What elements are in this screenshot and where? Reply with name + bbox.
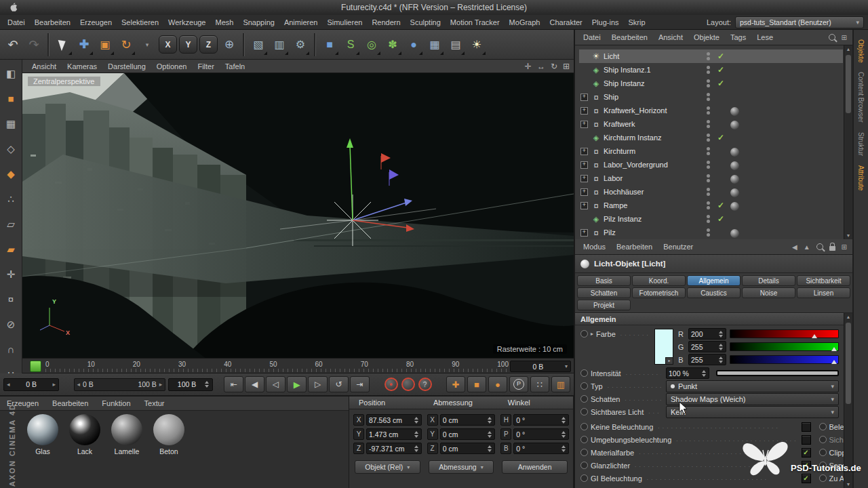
object-row[interactable]: Kraftwerk — [579, 117, 843, 131]
scroll-down-icon[interactable]: ▼ — [844, 232, 852, 239]
keyframe-dot-icon[interactable] — [580, 474, 588, 482]
viewport-menu-item[interactable]: Filter — [192, 62, 219, 70]
object-row[interactable]: Ship Instanz — [579, 77, 843, 90]
stepper[interactable] — [701, 368, 707, 379]
undo-button[interactable]: ↶ — [3, 33, 23, 56]
lock-y-axis-button[interactable]: Y — [179, 35, 197, 54]
add-spline-button[interactable]: S — [340, 33, 361, 56]
position-field[interactable]: -97.371 cm — [366, 443, 422, 454]
attribute-tab[interactable]: Noise — [742, 287, 795, 298]
object-row[interactable]: Kirchturm — [579, 144, 843, 158]
material-tag-icon[interactable] — [730, 132, 741, 143]
checkbox[interactable] — [802, 448, 811, 458]
history-up-icon[interactable]: ▲ — [804, 243, 810, 251]
material-tag-icon[interactable] — [730, 78, 741, 89]
visibility-dots[interactable] — [707, 79, 710, 87]
attribute-tab[interactable]: Basis — [577, 275, 631, 286]
object-name[interactable]: Pilz — [604, 228, 705, 237]
timeline-ruler[interactable]: 0102030405060708090100 0 B▾ — [22, 358, 574, 373]
visibility-dots[interactable] — [707, 134, 710, 142]
object-name[interactable]: Kraftwerk — [604, 120, 705, 128]
coordinates-action-button[interactable]: Anwenden — [502, 460, 568, 474]
intensity-slider[interactable] — [716, 370, 839, 376]
visibility-dots[interactable] — [707, 188, 710, 196]
material-tag-icon[interactable] — [730, 188, 739, 197]
material-tag-icon[interactable] — [730, 175, 739, 184]
enabled-check-icon[interactable] — [715, 186, 726, 197]
loop-button[interactable]: ↺ — [329, 376, 349, 392]
material-tag-icon[interactable] — [730, 121, 739, 129]
enabled-check-icon[interactable] — [715, 51, 726, 62]
channel-b-field[interactable]: 255 — [688, 354, 726, 365]
tweak-mode-button[interactable]: ✛ — [0, 262, 22, 287]
add-cube-button[interactable]: ■ — [319, 33, 340, 56]
keyframe-dot-icon[interactable] — [580, 330, 588, 338]
play-button[interactable]: ▶ — [287, 376, 307, 392]
coordinate-system-button[interactable]: ⊕ — [219, 33, 239, 56]
viewport-menu-item[interactable]: Tafeln — [220, 62, 250, 70]
points-mode-button[interactable]: ∴ — [0, 186, 22, 211]
menu-item[interactable]: Plug-ins — [587, 18, 624, 26]
expand-toggle-icon[interactable] — [580, 175, 588, 182]
expand-toggle-icon[interactable] — [580, 188, 588, 196]
object-row[interactable]: Licht — [579, 49, 843, 63]
object-name[interactable]: Hochhäuser — [604, 188, 705, 196]
visibility-dots[interactable] — [707, 201, 710, 209]
stepper[interactable] — [204, 379, 210, 390]
material-item[interactable]: Beton — [153, 414, 184, 455]
size-field[interactable]: 0 cm — [440, 414, 496, 426]
object-manager-menu-item[interactable]: Objekte — [688, 33, 725, 41]
keyframe-dot-icon[interactable] — [819, 449, 827, 456]
enabled-check-icon[interactable] — [715, 214, 726, 224]
color-swatch[interactable]: ▸ — [654, 329, 673, 365]
end-frame-field[interactable]: 100 B — [168, 378, 212, 391]
keyframe-dot-icon[interactable] — [580, 462, 588, 469]
render-settings-button[interactable]: ⚙ — [290, 33, 311, 56]
object-name[interactable]: Kirchturm — [604, 147, 705, 155]
object-row[interactable]: Ship Instanz.1 — [579, 63, 843, 77]
channel-g-field[interactable]: 255 — [688, 341, 726, 352]
object-manager-menu-item[interactable]: Tags — [725, 33, 751, 41]
rotate-view-icon[interactable]: ↻ — [551, 62, 557, 71]
make-editable-button[interactable]: ◧ — [0, 61, 22, 86]
visible-light-select[interactable]: Kein — [666, 406, 839, 418]
viewport-3d[interactable]: Zentralperspektive Y X Rasterweite : 10 … — [22, 73, 574, 358]
scroll-up-icon[interactable]: ▲ — [844, 45, 852, 53]
object-name[interactable]: Kraftwerk_Horizont — [604, 106, 705, 115]
keyframe-dot-icon[interactable] — [580, 436, 588, 443]
object-name[interactable]: Kirchturm Instanz — [604, 134, 705, 142]
add-deformer-button[interactable]: ● — [403, 33, 424, 56]
uv-mode-button[interactable]: ◆ — [0, 161, 22, 186]
record-keyframe-button[interactable]: ● — [384, 378, 398, 391]
move-tool-button[interactable]: ✚ — [74, 33, 94, 56]
add-generator-button[interactable]: ◎ — [361, 33, 382, 56]
zoom-view-icon[interactable]: ↔ — [537, 62, 545, 71]
next-frame-button[interactable]: ▷ — [308, 376, 328, 392]
keyframe-dot-icon[interactable] — [580, 408, 588, 415]
visibility-dots[interactable] — [707, 52, 710, 60]
coordinates-action-button[interactable]: Abmessung — [429, 460, 494, 474]
enabled-check-icon[interactable] — [715, 132, 726, 143]
stepper[interactable] — [561, 443, 566, 454]
goto-end-button[interactable]: ⇥ — [350, 376, 370, 392]
object-row[interactable]: Labor — [579, 171, 843, 185]
lock-z-axis-button[interactable]: Z — [199, 35, 218, 54]
edges-mode-button[interactable]: ▱ — [0, 211, 22, 237]
workplane-mode-button[interactable]: ◇ — [0, 136, 22, 161]
record-parameter-toggle[interactable]: P — [509, 376, 528, 392]
attribute-tab[interactable]: Fotometrisch — [632, 287, 686, 298]
range-left-icon[interactable]: ◂ — [77, 381, 81, 388]
visibility-dots[interactable] — [707, 93, 710, 101]
record-pla-toggle[interactable]: ∷ — [530, 376, 549, 392]
position-field[interactable]: 87.563 cm — [366, 414, 422, 426]
angle-field[interactable]: 0 ° — [513, 414, 569, 426]
last-tool-dropdown[interactable]: ▾ — [137, 33, 157, 56]
material-menu-item[interactable]: Funktion — [95, 399, 137, 407]
coordinates-action-button[interactable]: Objekt (Rel) — [355, 460, 420, 474]
autokeying-button[interactable] — [401, 378, 415, 391]
visibility-dots[interactable] — [707, 161, 710, 169]
object-row[interactable]: Hochhäuser — [579, 185, 843, 199]
checkbox[interactable] — [802, 422, 811, 432]
material-item[interactable]: Glas — [27, 414, 58, 455]
channel-g-gradient[interactable] — [730, 342, 839, 351]
